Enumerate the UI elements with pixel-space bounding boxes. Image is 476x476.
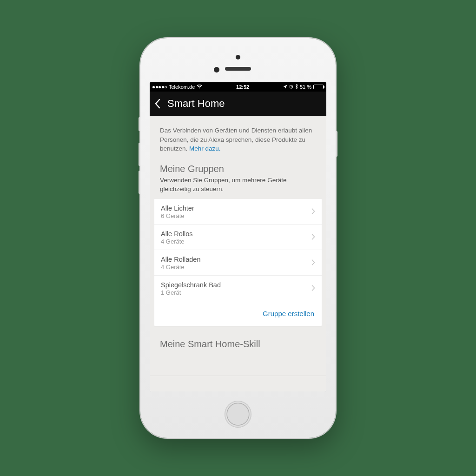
carrier-label: Telekom.de [169, 84, 195, 90]
groups-card: Alle Lichter 6 Geräte Alle Rollos 4 Gerä… [154, 199, 322, 326]
proximity-sensor [214, 67, 219, 73]
content-fade [150, 376, 326, 391]
group-name: Alle Rollos [161, 230, 193, 238]
group-row[interactable]: Alle Lichter 6 Geräte [154, 199, 322, 225]
location-icon [283, 85, 287, 90]
bluetooth-icon [295, 84, 298, 90]
chevron-left-icon [154, 99, 161, 109]
status-right: 51 % [283, 84, 324, 90]
volume-up-button [139, 143, 140, 166]
groups-section-subtitle: Verwenden Sie Gruppen, um mehrere Geräte… [150, 176, 326, 199]
mute-switch [139, 117, 140, 131]
phone-frame: Telekom.de 12:52 51 % [140, 38, 336, 438]
intro-text: Das Verbinden von Geräten und Diensten e… [150, 116, 326, 161]
battery-percent-label: 51 % [300, 84, 311, 90]
group-row[interactable]: Spiegelschrank Bad 1 Gerät [154, 276, 322, 301]
alarm-icon [289, 85, 293, 90]
earpiece-speaker [225, 67, 251, 71]
clock-label: 12:52 [236, 84, 249, 90]
group-meta: 1 Gerät [161, 289, 221, 296]
learn-more-link[interactable]: Mehr dazu. [189, 145, 221, 152]
power-button [336, 131, 337, 157]
group-meta: 4 Geräte [161, 238, 193, 245]
nav-bar: Smart Home [150, 92, 326, 116]
group-row[interactable]: Alle Rolladen 4 Geräte [154, 250, 322, 276]
signal-strength-icon [152, 86, 167, 88]
back-button[interactable] [154, 99, 161, 109]
screen: Telekom.de 12:52 51 % [150, 82, 326, 391]
chevron-right-icon [311, 284, 315, 293]
status-bar: Telekom.de 12:52 51 % [150, 82, 326, 92]
home-button[interactable] [225, 401, 251, 428]
volume-down-button [139, 171, 140, 194]
chevron-right-icon [311, 208, 315, 216]
chevron-right-icon [311, 259, 315, 267]
battery-icon [313, 85, 324, 89]
intro-body: Das Verbinden von Geräten und Diensten e… [160, 127, 312, 152]
status-left: Telekom.de [152, 84, 202, 90]
create-group-button[interactable]: Gruppe erstellen [154, 301, 322, 326]
group-meta: 6 Geräte [161, 212, 194, 219]
chevron-right-icon [311, 233, 315, 242]
page-title: Smart Home [167, 98, 225, 110]
next-section-title-peek: Meine Smart Home-Skill [150, 326, 326, 350]
group-name: Alle Rolladen [161, 256, 200, 263]
groups-section-title: Meine Gruppen [150, 161, 326, 176]
wifi-icon [197, 85, 202, 90]
content-area[interactable]: Das Verbinden von Geräten und Diensten e… [150, 116, 326, 391]
group-row[interactable]: Alle Rollos 4 Geräte [154, 225, 322, 250]
group-name: Alle Lichter [161, 205, 194, 212]
group-name: Spiegelschrank Bad [161, 281, 221, 289]
group-meta: 4 Geräte [161, 264, 200, 271]
front-camera-dot [236, 55, 240, 60]
